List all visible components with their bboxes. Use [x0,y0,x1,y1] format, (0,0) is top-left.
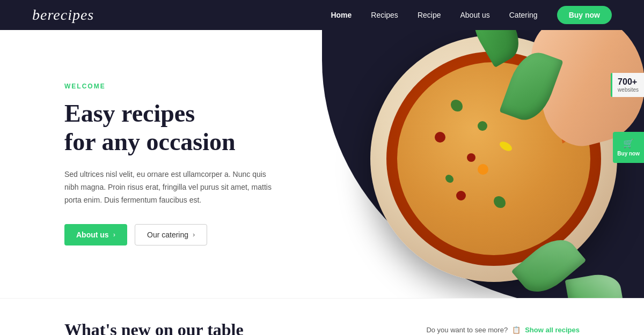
hero-content: WELCOME Easy recipes for any occasion Se… [0,50,279,277]
buy-now-side-badge[interactable]: 🛒 Buy now [613,132,644,163]
bottom-section: What's new on our table Do you want to s… [0,298,644,335]
pizza-image [365,30,633,293]
show-all-area: Do you want to see more? 📋 Show all reci… [426,326,580,334]
websites-label: websites [618,87,639,93]
nav-recipe[interactable]: Recipe [418,11,441,19]
logo[interactable]: berecipes [32,6,94,24]
show-more-text: Do you want to see more? [426,326,508,334]
nav-recipes[interactable]: Recipes [371,11,398,19]
nav-catering[interactable]: Catering [509,11,538,19]
about-us-button[interactable]: About us › [64,224,127,245]
arrow-icon: › [113,230,115,239]
buy-now-button[interactable]: Buy now [557,6,612,24]
side-badge-counter: 700+ websites [611,73,644,97]
main-nav: Home Recipes Recipe About us Catering Bu… [331,6,612,24]
hero-section: WELCOME Easy recipes for any occasion Se… [0,30,644,298]
our-catering-button[interactable]: Our catering › [135,224,207,245]
hero-image-area [279,30,644,298]
show-all-link[interactable]: Show all recipes [525,326,580,334]
header: berecipes Home Recipes Recipe About us C… [0,0,644,30]
hero-description: Sed ultrices nisl velit, eu ornare est u… [64,168,279,206]
website-count: 700+ [618,77,639,87]
welcome-label: WELCOME [64,83,279,90]
cart-icon: 🛒 [623,138,634,148]
arrow-icon-2: › [193,230,195,239]
nav-about[interactable]: About us [460,11,489,19]
nav-home[interactable]: Home [331,11,352,19]
hero-title: Easy recipes for any occasion [64,100,279,157]
hero-buttons: About us › Our catering › [64,224,279,245]
recipes-icon: 📋 [512,326,521,334]
bottom-header: What's new on our table Do you want to s… [64,320,580,335]
bottom-title: What's new on our table [64,320,244,335]
